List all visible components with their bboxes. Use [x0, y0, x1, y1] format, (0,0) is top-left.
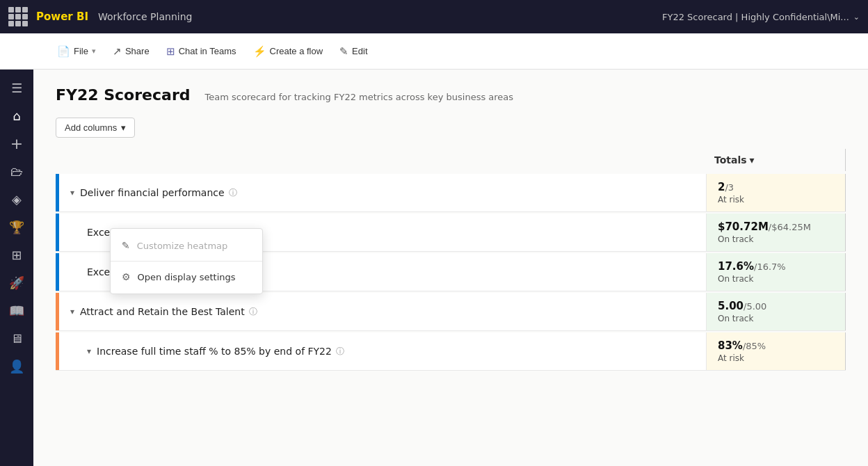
row-value-cell: 17.6%/16.7% On track [706, 253, 845, 291]
row-value: 17.6%/16.7% [718, 260, 834, 273]
row-value-cell: 2/3 At risk [706, 174, 845, 211]
main-layout: ☰ ⌂ + 🗁 ◈ 🏆 ⊞ 🚀 📖 🖥 👤 FY22 Scorecard Tea… [0, 70, 868, 466]
page-header: FY22 Scorecard Team scorecard for tracki… [56, 86, 846, 104]
file-chevron-icon: ▾ [92, 47, 96, 56]
row-info-icon[interactable]: ⓘ [249, 306, 257, 318]
row-label: Increase full time staff % to 85% by end… [97, 346, 332, 357]
sidebar-item-data[interactable]: ◈ [4, 186, 29, 211]
row-content: ▾ Deliver financial performance ⓘ [59, 174, 706, 211]
file-icon: 📄 [57, 45, 70, 58]
sidebar-item-dashboard[interactable]: ⊞ [4, 242, 29, 267]
app-grid-icon[interactable] [8, 7, 28, 26]
add-columns-dropdown: ✎ Customize heatmap ⚙ Open display setti… [110, 228, 263, 294]
sidebar-item-book[interactable]: 📖 [4, 298, 29, 323]
row-value-cell: $70.72M/$64.25M On track [706, 214, 845, 251]
row-value-cell: 83%/85% At risk [706, 332, 845, 370]
file-button[interactable]: 📄 File ▾ [50, 41, 103, 62]
table-row: ▾ Attract and Retain the Best Talent ⓘ 5… [56, 293, 846, 331]
totals-column-header[interactable]: Totals ▾ [706, 149, 845, 171]
dropdown-separator [111, 261, 262, 262]
totals-chevron-icon: ▾ [750, 154, 755, 166]
sidebar-item-folder[interactable]: 🗁 [4, 159, 29, 184]
flow-icon: ⚡ [253, 45, 266, 58]
sidebar-item-trophy[interactable]: 🏆 [4, 214, 29, 239]
row-expand-icon[interactable]: ▾ [70, 307, 74, 316]
add-columns-button[interactable]: Add columns ▾ [56, 118, 135, 138]
page-subtitle: Team scorecard for tracking FY22 metrics… [205, 92, 513, 102]
main-content: FY22 Scorecard Team scorecard for tracki… [33, 70, 868, 466]
sidebar: ☰ ⌂ + 🗁 ◈ 🏆 ⊞ 🚀 📖 🖥 👤 [0, 70, 33, 466]
table-row: ▾ Deliver financial performance ⓘ 2/3 At… [56, 174, 846, 212]
add-columns-chevron-icon: ▾ [121, 122, 126, 133]
row-label: Attract and Retain the Best Talent [80, 306, 245, 317]
app-brand: Power BI [36, 10, 88, 23]
edit-button[interactable]: ✎ Edit [332, 41, 374, 62]
row-value-cell: 5.00/5.00 On track [706, 293, 845, 330]
row-expand-icon[interactable]: ▾ [70, 188, 74, 198]
row-value: 5.00/5.00 [718, 300, 834, 312]
page-title: FY22 Scorecard [56, 86, 191, 104]
top-nav: Power BI Workforce Planning FY22 Scoreca… [0, 0, 868, 33]
row-value: 2/3 [718, 181, 834, 193]
report-title: Workforce Planning [98, 11, 192, 22]
edit-icon: ✎ [339, 45, 348, 58]
row-status: On track [718, 274, 834, 284]
row-content: ▾ Attract and Retain the Best Talent ⓘ [59, 293, 706, 330]
row-value: 83%/85% [718, 339, 834, 352]
row-content: ▾ Increase full time staff % to 85% by e… [59, 332, 706, 370]
teams-icon: ⊞ [166, 45, 175, 58]
share-icon: ↗ [113, 45, 122, 58]
sidebar-item-monitor[interactable]: 🖥 [4, 326, 29, 351]
header-meta-chevron[interactable]: ⌄ [853, 13, 860, 22]
create-flow-button[interactable]: ⚡ Create a flow [246, 41, 330, 62]
row-info-icon[interactable]: ⓘ [336, 346, 344, 357]
row-status: On track [718, 314, 834, 323]
sidebar-item-hamburger[interactable]: ☰ [4, 75, 29, 100]
sidebar-item-rocket[interactable]: 🚀 [4, 270, 29, 295]
row-value: $70.72M/$64.25M [718, 220, 834, 233]
sidebar-item-add[interactable]: + [4, 131, 29, 156]
row-expand-icon[interactable]: ▾ [87, 346, 91, 356]
sidebar-item-home[interactable]: ⌂ [4, 103, 29, 128]
row-status: At risk [718, 195, 834, 204]
row-status: At risk [718, 353, 834, 363]
scorecard-header: Totals ▾ [56, 149, 846, 171]
sidebar-item-person[interactable]: 👤 [4, 353, 29, 378]
share-button[interactable]: ↗ Share [106, 41, 156, 62]
customize-heatmap-icon: ✎ [122, 240, 130, 251]
dropdown-item-customize-heatmap: ✎ Customize heatmap [111, 233, 262, 258]
table-row: ▾ Increase full time staff % to 85% by e… [56, 332, 846, 371]
row-info-icon[interactable]: ⓘ [229, 187, 237, 199]
row-label: Deliver financial performance [80, 187, 225, 198]
row-status: On track [718, 234, 834, 244]
chat-in-teams-button[interactable]: ⊞ Chat in Teams [159, 41, 243, 62]
display-settings-icon: ⚙ [122, 271, 131, 282]
header-meta: FY22 Scorecard | Highly Confidential\Mi.… [662, 12, 860, 22]
dropdown-item-open-display-settings[interactable]: ⚙ Open display settings [111, 264, 262, 289]
toolbar: 📄 File ▾ ↗ Share ⊞ Chat in Teams ⚡ Creat… [0, 33, 868, 70]
